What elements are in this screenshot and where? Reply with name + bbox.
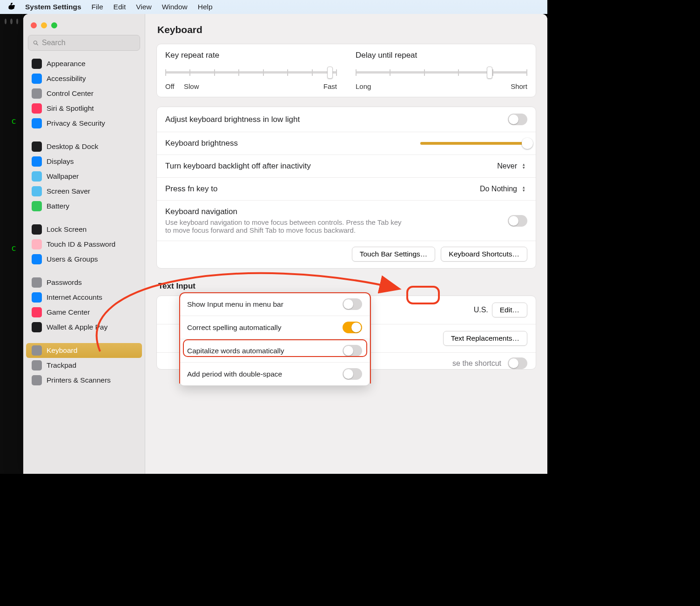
search-field[interactable]	[42, 39, 135, 47]
popover-row-label: Add period with double-space	[187, 370, 282, 378]
slider-keyboard-brightness[interactable]	[420, 140, 527, 147]
sidebar-item-label: Privacy & Security	[47, 119, 105, 128]
minimize-icon[interactable]	[41, 22, 47, 28]
sidebar-icon	[32, 103, 42, 114]
sidebar-item-label: Printers & Scanners	[47, 376, 111, 384]
sidebar-icon	[32, 239, 42, 249]
popover-toggle[interactable]	[343, 322, 362, 333]
popover-toggle[interactable]	[343, 368, 362, 380]
sidebar-item-battery[interactable]: Battery	[26, 199, 142, 214]
popover-row: Show Input menu in menu bar	[180, 293, 370, 316]
popover-row: Add period with double-space	[180, 362, 370, 385]
sidebar: AppearanceAccessibilityControl CenterSir…	[23, 14, 145, 474]
label-delay-until-repeat: Delay until repeat	[356, 51, 527, 60]
popover-toggle[interactable]	[343, 298, 362, 310]
background-window: c c	[0, 14, 23, 474]
popover-toggle[interactable]	[343, 345, 362, 357]
sidebar-item-label: Internet Accounts	[47, 293, 102, 302]
sidebar-item-label: Keyboard	[47, 346, 77, 355]
sidebar-icon	[32, 360, 42, 370]
sidebar-item-wallpaper[interactable]: Wallpaper	[26, 169, 142, 184]
select-backlight-off[interactable]: Never ▴▾	[497, 162, 527, 170]
slider-delay-until-repeat[interactable]	[356, 67, 527, 80]
content-pane: Keyboard Key repeat rate Off Slow Fast	[145, 14, 547, 474]
text-input-popover: Show Input menu in menu barCorrect spell…	[179, 292, 370, 386]
sidebar-item-internet-accounts[interactable]: Internet Accounts	[26, 290, 142, 305]
sidebar-item-label: Control Center	[47, 89, 94, 98]
sidebar-icon	[32, 141, 42, 152]
sidebar-item-label: Appearance	[47, 60, 86, 68]
zoom-icon[interactable]	[51, 22, 57, 28]
sidebar-item-label: Displays	[47, 157, 74, 166]
sidebar-item-label: Screen Saver	[47, 187, 90, 195]
sidebar-item-accessibility[interactable]: Accessibility	[26, 71, 142, 86]
sidebar-item-label: Touch ID & Password	[47, 240, 115, 249]
panel-key-repeat: Key repeat rate Off Slow Fast Delay unti…	[156, 44, 536, 97]
popover-row-label: Capitalize words automatically	[187, 347, 284, 355]
toggle-hint[interactable]	[508, 357, 527, 369]
menubar-app-name[interactable]: System Settings	[25, 3, 81, 11]
menubar-item-help[interactable]: Help	[198, 3, 213, 11]
touchbar-settings-button[interactable]: Touch Bar Settings…	[352, 247, 436, 262]
toggle-keyboard-navigation[interactable]	[508, 215, 527, 227]
sidebar-item-label: Desktop & Dock	[47, 142, 98, 151]
label-fn-key: Press fn key to	[165, 184, 217, 194]
sidebar-item-touch-id-password[interactable]: Touch ID & Password	[26, 237, 142, 252]
menubar[interactable]: System Settings File Edit View Window He…	[0, 0, 547, 14]
sidebar-item-keyboard[interactable]: Keyboard	[26, 343, 142, 358]
menubar-item-window[interactable]: Window	[162, 3, 188, 11]
sidebar-icon	[32, 201, 42, 211]
search-icon	[33, 39, 38, 47]
sidebar-icon	[32, 322, 42, 332]
panel-brightness: Adjust keyboard brightness in low light …	[156, 107, 536, 269]
sidebar-icon	[32, 186, 42, 196]
chevron-updown-icon: ▴▾	[520, 185, 527, 193]
popover-row-label: Correct spelling automatically	[187, 323, 281, 332]
sidebar-item-privacy-security[interactable]: Privacy & Security	[26, 116, 142, 131]
sidebar-item-game-center[interactable]: Game Center	[26, 305, 142, 320]
sidebar-item-wallet-apple-pay[interactable]: Wallet & Apple Pay	[26, 320, 142, 335]
slider-key-repeat-rate[interactable]	[165, 67, 337, 80]
sidebar-item-printers-scanners[interactable]: Printers & Scanners	[26, 373, 142, 388]
menubar-item-file[interactable]: File	[92, 3, 103, 11]
sidebar-icon	[32, 345, 42, 356]
menubar-item-view[interactable]: View	[136, 3, 151, 11]
sidebar-item-screen-saver[interactable]: Screen Saver	[26, 184, 142, 199]
sidebar-item-label: Battery	[47, 202, 69, 210]
edit-input-source-button[interactable]: Edit…	[492, 303, 527, 317]
menubar-item-edit[interactable]: Edit	[114, 3, 126, 11]
sidebar-item-label: Wallpaper	[47, 172, 79, 181]
label-keyboard-navigation: Keyboard navigation	[165, 207, 407, 216]
close-icon[interactable]	[31, 22, 37, 28]
sidebar-item-label: Users & Groups	[47, 255, 98, 263]
sidebar-item-appearance[interactable]: Appearance	[26, 56, 142, 71]
apple-menu-icon[interactable]	[7, 3, 15, 11]
sidebar-item-displays[interactable]: Displays	[26, 154, 142, 169]
label-keyboard-brightness: Keyboard brightness	[165, 139, 238, 148]
sidebar-item-control-center[interactable]: Control Center	[26, 86, 142, 101]
sidebar-item-desktop-dock[interactable]: Desktop & Dock	[26, 139, 142, 154]
input-source-value: U.S.	[474, 306, 488, 314]
sidebar-item-passwords[interactable]: Passwords	[26, 275, 142, 290]
select-fn-key[interactable]: Do Nothing ▴▾	[480, 185, 527, 193]
settings-window: AppearanceAccessibilityControl CenterSir…	[23, 14, 547, 474]
sidebar-item-siri-spotlight[interactable]: Siri & Spotlight	[26, 101, 142, 116]
popover-row: Capitalize words automatically	[180, 339, 370, 362]
text-replacements-button[interactable]: Text Replacements…	[443, 331, 527, 346]
sidebar-icon	[32, 118, 42, 128]
svg-line-1	[37, 44, 38, 45]
keyboard-shortcuts-button[interactable]: Keyboard Shortcuts…	[441, 247, 527, 262]
sidebar-item-label: Trackpad	[47, 361, 76, 370]
sidebar-icon	[32, 74, 42, 84]
sidebar-item-label: Wallet & Apple Pay	[47, 323, 108, 331]
sidebar-item-label: Accessibility	[47, 74, 86, 83]
label-backlight-off: Turn keyboard backlight off after inacti…	[165, 162, 311, 171]
label-key-repeat-rate: Key repeat rate	[165, 51, 337, 60]
toggle-auto-brightness[interactable]	[508, 114, 527, 125]
sidebar-item-lock-screen[interactable]: Lock Screen	[26, 222, 142, 237]
desc-keyboard-navigation: Use keyboard navigation to move focus be…	[165, 218, 407, 234]
sidebar-item-users-groups[interactable]: Users & Groups	[26, 252, 142, 267]
sidebar-item-label: Game Center	[47, 308, 90, 316]
search-input[interactable]	[28, 35, 140, 51]
sidebar-item-trackpad[interactable]: Trackpad	[26, 358, 142, 373]
